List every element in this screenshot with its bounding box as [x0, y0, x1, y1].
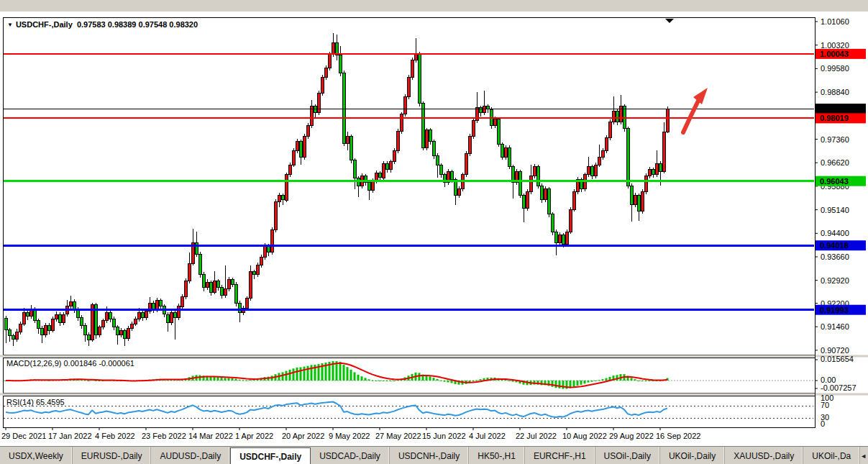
svg-text:23 Feb 2022: 23 Feb 2022: [142, 432, 186, 440]
svg-text:1.01060: 1.01060: [821, 17, 849, 26]
symbol-tab-xauusd-daily[interactable]: XAUUSD-,Daily: [725, 447, 803, 464]
svg-text:22 Jul 2022: 22 Jul 2022: [516, 432, 557, 440]
symbol-tab-usdchf-daily[interactable]: USDCHF-,Daily: [230, 447, 311, 464]
svg-text:1.00320: 1.00320: [821, 41, 849, 50]
svg-text:0.91460: 0.91460: [821, 322, 849, 331]
symbol-tab-ukoil-daily[interactable]: UKOil-,Daily: [660, 447, 725, 464]
svg-text:4 Feb 2022: 4 Feb 2022: [95, 432, 135, 440]
macd-indicator-label: MACD(12,26,9) 0.001846 -0.000061: [6, 359, 134, 368]
svg-text:27 May 2022: 27 May 2022: [375, 432, 421, 440]
symbol-tab-usdx-weekly[interactable]: USDX,Weekly: [0, 447, 73, 464]
svg-text:14 Mar 2022: 14 Mar 2022: [188, 432, 233, 440]
chart-symbol-period: USDCHF-,Daily: [16, 20, 73, 29]
symbol-tab-ukoil-da[interactable]: UKOil-,Da: [803, 447, 860, 464]
tab-scrollers: ◄►: [860, 447, 868, 464]
svg-text:1.00043: 1.00043: [820, 50, 849, 58]
svg-text:16 Sep 2022: 16 Sep 2022: [656, 432, 700, 440]
symbol-tab-eurusd-daily[interactable]: EURUSD-,Daily: [73, 447, 152, 464]
svg-text:0.96043: 0.96043: [820, 177, 849, 186]
main-price-panel: [4, 18, 816, 355]
symbol-tab-hk50-h1[interactable]: HK50-,H1: [469, 447, 525, 464]
svg-text:0.91993: 0.91993: [820, 306, 849, 314]
symbol-tab-eurchf-h1[interactable]: EURCHF-,H1: [525, 447, 595, 464]
svg-text:4 Jul 2022: 4 Jul 2022: [469, 432, 506, 440]
chart-ohlc-values: 0.97583 0.98389 0.97548 0.98320: [77, 20, 198, 29]
tab-scroll-left-icon[interactable]: ◄: [860, 452, 867, 460]
svg-text:0.93660: 0.93660: [821, 253, 849, 261]
svg-text:10 Aug 2022: 10 Aug 2022: [562, 432, 607, 440]
svg-text:0.96620: 0.96620: [821, 158, 849, 167]
svg-text:20 Apr 2022: 20 Apr 2022: [282, 432, 324, 440]
svg-text:29 Aug 2022: 29 Aug 2022: [609, 432, 654, 440]
svg-text:0.99580: 0.99580: [821, 64, 849, 73]
symbol-tab-usdcad-daily[interactable]: USDCAD-,Daily: [311, 447, 390, 464]
svg-text:0.95140: 0.95140: [821, 206, 849, 214]
svg-text:9 May 2022: 9 May 2022: [329, 432, 370, 440]
svg-text:0.94400: 0.94400: [821, 229, 849, 237]
macd-axis-label: -0.007257: [821, 383, 856, 392]
chart-area[interactable]: 1.010601.003200.995800.988400.973600.966…: [0, 0, 868, 464]
chart-title: ▼USDCHF-,Daily 0.97583 0.98389 0.97548 0…: [7, 20, 198, 29]
svg-text:0.94018: 0.94018: [820, 241, 849, 250]
svg-text:29 Dec 2021: 29 Dec 2021: [1, 432, 46, 440]
rsi-axis-label: 0: [821, 419, 825, 428]
rsi-axis-label: 70: [821, 401, 829, 409]
symbol-tab-bar: USDX,WeeklyEURUSD-,DailyAUDUSD-,DailyUSD…: [0, 446, 868, 464]
svg-text:0.98840: 0.98840: [821, 88, 849, 96]
svg-text:0.92920: 0.92920: [821, 276, 849, 285]
svg-text:0.98320: 0.98320: [820, 104, 849, 113]
svg-text:15 Jun 2022: 15 Jun 2022: [422, 432, 466, 440]
svg-text:17 Jan 2022: 17 Jan 2022: [48, 432, 92, 440]
svg-text:0.90720: 0.90720: [821, 346, 849, 355]
rsi-panel: [4, 396, 816, 428]
symbol-tab-audusd-daily[interactable]: AUDUSD-,Daily: [151, 447, 230, 464]
symbol-dropdown-icon[interactable]: ▼: [7, 22, 13, 28]
svg-text:1 Apr 2022: 1 Apr 2022: [235, 432, 273, 440]
svg-text:0.98019: 0.98019: [820, 114, 849, 122]
symbol-tab-usoil-daily[interactable]: USOil-,Daily: [595, 447, 660, 464]
rsi-indicator-label: RSI(14) 65.4595: [6, 398, 65, 406]
macd-axis-label: 0.015654: [821, 355, 854, 363]
svg-text:0.97360: 0.97360: [821, 135, 849, 144]
symbol-tab-usdcnh-daily[interactable]: USDCNH-,Daily: [390, 447, 469, 464]
